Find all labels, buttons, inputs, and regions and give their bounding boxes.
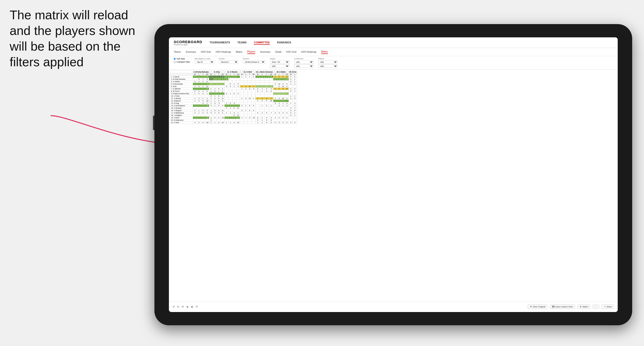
cell [236,102,240,105]
col-header-webb: 38. A Webb [274,71,289,73]
cell: 0 [285,102,289,105]
cell: 0 [225,85,228,88]
sub-nav: Teams Summary H2H Grid H2H Heatmap Matri… [169,48,618,56]
cell [236,100,240,102]
player-name: 13. N Klug [170,102,193,105]
nav-tournaments[interactable]: TOURNAMENTS [210,40,230,45]
sub-nav-teams[interactable]: Teams [174,50,181,54]
cell: 10 [213,78,217,80]
conference-select[interactable]: (All) [294,60,314,64]
save-custom-button[interactable]: 💾 Save Custom View [550,305,575,309]
cell: 0 [217,117,221,119]
cell [252,119,256,121]
cell [274,95,277,97]
nav-rankings[interactable]: RANKINGS [277,40,291,45]
cell: 4 [236,105,240,107]
gender-select[interactable]: Women's Men's [219,60,238,64]
sub-nav-h2h-grid2[interactable]: H2H Grid [286,50,296,54]
cell [252,112,256,114]
sub-nav-matrix2[interactable]: Matrix [321,50,328,54]
more-button[interactable]: ⋯ [592,305,599,309]
cell: 4 [256,97,260,100]
full-view-radio[interactable] [174,58,176,60]
sub-nav-detail[interactable]: Detail [275,50,282,54]
sub-nav-h2h-heatmap2[interactable]: H2H Heatmap [301,50,316,54]
division-select[interactable]: NCAA Division II NCAA Division I NCAA Di… [243,60,265,64]
cell [236,97,240,100]
compact-view-option[interactable]: Compact View [174,61,190,63]
cell: 3 [221,112,225,114]
cell: 0 [277,121,281,124]
cell: 0 [256,88,260,90]
cell: 2 [277,102,281,105]
cell [285,93,289,95]
cell: -11 [205,83,209,85]
cell: 1 [240,76,244,78]
compact-view-radio[interactable] [174,61,176,63]
division-filter: Division NCAA Division II NCAA Division … [243,58,265,64]
layout-icon[interactable]: ⊞ [191,305,193,308]
table-row: 16. X Mcgaha 2 1 0 0 1 0 0 11 0 [170,109,297,112]
cell [232,119,236,121]
cell: 2 [293,76,297,78]
region-select[interactable]: East - DII [270,60,289,64]
nav-teams[interactable]: TEAMS [238,40,247,45]
cell: 1 [244,76,248,78]
table-row: 20. E Andersson 2 [170,119,297,121]
refresh-icon[interactable]: ⟳ [182,305,184,308]
sub-h-t3: T [232,73,236,76]
cell: 0 [293,109,297,112]
sub-nav-players[interactable]: Players [247,50,255,54]
sub-nav-summary[interactable]: Summary [186,50,196,54]
sub-h-dif1: Dif [205,73,209,76]
cell [193,102,197,105]
cell: 1 [293,107,297,109]
player-name: 16. X Mcgaha [170,109,193,112]
cell [248,119,252,121]
players-sub-select[interactable]: (All) [318,64,338,68]
nav-committee[interactable]: COMMITTEE [254,40,270,45]
clock-icon[interactable]: ⏱ [196,305,198,308]
redo-icon[interactable]: ↻ [177,305,179,308]
max-players-select[interactable]: Top 25 Top 50 All [195,60,214,64]
cell: 25 [264,85,269,88]
sub-nav-summary2[interactable]: Summary [260,50,270,54]
cell [232,90,236,93]
cell: 11 [205,85,209,88]
sub-h-w3: W [225,73,228,76]
region-sub-select[interactable]: (All) [270,64,289,68]
cell [289,117,293,119]
watch-button[interactable]: 👁 Watch [578,305,590,309]
conference-sub-select[interactable]: (All) [294,64,314,68]
cell [193,119,197,121]
sub-nav-h2h-grid[interactable]: H2H Grid [201,50,211,54]
cell: 0 [236,83,240,85]
cell: 4 [277,88,281,90]
cell: 24 [285,88,289,90]
cell: 14 [248,85,252,88]
cell: 50 [225,78,228,80]
cell [264,93,269,95]
cell: 0 [256,112,260,114]
cell: 0 [269,76,274,78]
cell: 4 [256,85,260,88]
cell [209,107,213,109]
cell: -4 [252,88,256,90]
cell: 0 [217,88,221,90]
zoom-icon[interactable]: ⊕ [186,305,188,308]
cell [240,112,244,114]
sub-nav-h2h-heatmap[interactable]: H2H Heatmap [216,50,231,54]
undo-icon[interactable]: ↺ [172,305,175,308]
cell: -12 [252,117,256,119]
view-original-button[interactable]: 👁 View: Original [528,305,548,309]
players-select[interactable]: (All) [318,60,338,64]
cell: 1 [260,105,264,107]
cell: 27 [205,76,209,78]
cell: 0 [264,100,269,102]
cell [225,95,228,97]
cell: 1 [197,117,201,119]
cell: 4 [221,100,225,102]
full-view-option[interactable]: Full View [174,58,190,60]
share-button[interactable]: ↗ Share [602,305,614,309]
sub-nav-matrix[interactable]: Matrix [236,50,242,54]
